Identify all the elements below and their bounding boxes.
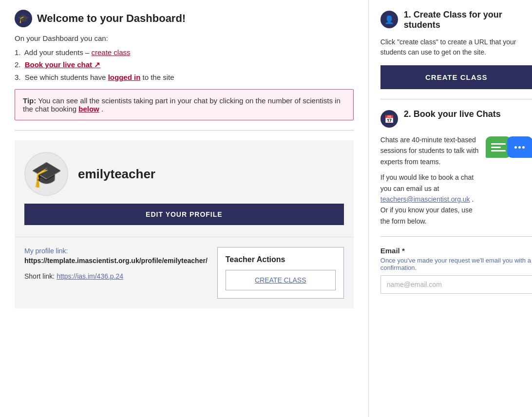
avatar: 🎓 [24,152,68,196]
lower-section: My profile link: https://template.imasci… [15,237,354,308]
step-1: 1. Add your students – create class [15,48,354,57]
short-link-url[interactable]: https://ias.im/436.p.24 [57,272,123,280]
create-class-heading: 👤 1. Create Class for your students [380,10,532,30]
email-hint: Once you've made your request we'll emai… [380,257,532,271]
welcome-icon: 🎓 [15,10,32,27]
create-class-button[interactable]: CREATE CLASS [380,65,532,89]
step-3-after: to the site [142,73,174,81]
email-label: Email * [380,246,532,255]
chat-bubble-icons [486,136,532,158]
create-class-link[interactable]: create class [91,48,130,57]
tip-label: Tip: [23,96,36,105]
avatar-icon: 🎓 [31,159,62,189]
lower-inner: My profile link: https://template.imasci… [24,247,344,299]
create-class-desc: Click "create class" to create a URL tha… [380,37,532,57]
profile-top: 🎓 emilyteacher [24,152,344,196]
chat-desc2: If you would like to book a chat you can… [380,172,481,227]
book-chats-icon: 📅 [380,110,398,128]
email-input[interactable] [380,275,532,294]
divider-right-1 [380,99,532,99]
chat-content-row: Chats are 40-minute text-based sessions … [380,134,532,227]
divider-right-2 [380,236,532,237]
profile-link-url: https://template.imascientist.org.uk/pro… [24,257,208,265]
left-column: 🎓 Welcome to your Dashboard! On your Das… [0,0,369,417]
book-chats-section: 📅 2. Book your live Chats Chats are 40-m… [380,109,532,294]
book-chats-heading: 📅 2. Book your live Chats [380,109,532,128]
step-3: 3. See which students have logged in to … [15,73,354,81]
book-live-chat-link[interactable]: Book your live chat ↗ [25,60,101,69]
step-3-before: See which students have [25,73,108,81]
create-class-icon: 👤 [380,11,398,28]
edit-profile-button[interactable]: EDIT YOUR PROFILE [24,204,344,225]
chat-desc1: Chats are 40-minute text-based sessions … [380,134,481,167]
teacher-create-class-button[interactable]: CREATE CLASS [226,270,336,290]
logged-in-link[interactable]: logged in [108,73,141,81]
tip-box: Tip: You can see all the scientists taki… [15,89,354,120]
email-section: Email * Once you've made your request we… [380,246,532,294]
step-2: 2. Book your live chat ↗ [15,60,354,69]
divider-1 [15,130,354,131]
below-link[interactable]: below [78,105,99,113]
teacher-actions-box: Teacher Actions CREATE CLASS [217,247,344,299]
welcome-header: 🎓 Welcome to your Dashboard! [15,10,354,27]
teachers-email-link[interactable]: teachers@imascientist.org.uk [380,195,470,203]
chat-text: Chats are 40-minute text-based sessions … [380,134,481,227]
tip-text: You can see all the scientists taking pa… [23,96,341,113]
book-chats-title: 2. Book your live Chats [404,109,501,119]
blue-chat-bubble [507,136,532,158]
welcome-title: Welcome to your Dashboard! [37,12,186,25]
welcome-subtitle: On your Dashboard you can: [15,34,354,42]
create-class-title: 1. Create Class for your students [404,10,532,30]
profile-link-label: My profile link: [24,247,208,255]
short-link-label: Short link: https://ias.im/436.p.24 [24,272,208,280]
profile-links: My profile link: https://template.imasci… [24,247,208,299]
profile-section: 🎓 emilyteacher EDIT YOUR PROFILE [15,140,354,237]
right-column: 👤 1. Create Class for your students Clic… [369,0,532,417]
tip-suffix: . [101,105,103,113]
steps-list: 1. Add your students – create class 2. B… [15,48,354,81]
username: emilyteacher [78,167,155,182]
step-1-text: Add your students – [24,48,92,57]
teacher-actions-title: Teacher Actions [226,255,336,264]
